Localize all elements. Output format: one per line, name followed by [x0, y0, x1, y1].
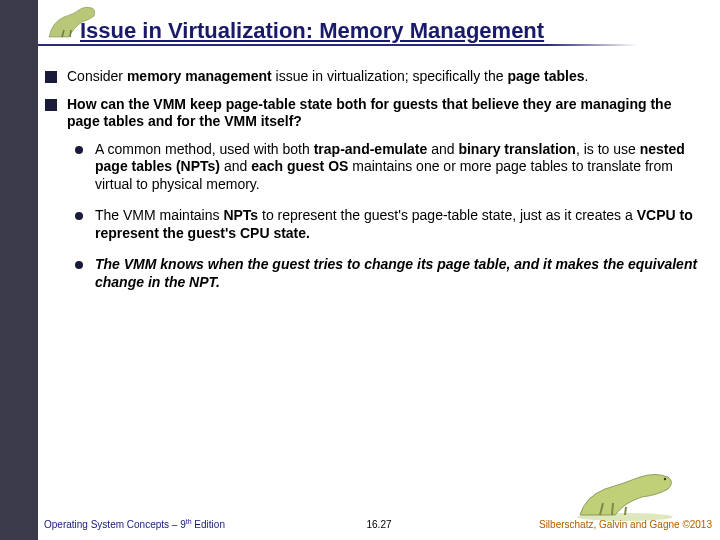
- slide-content: Consider memory management issue in virt…: [45, 60, 705, 305]
- bullet-text: Consider memory management issue in virt…: [67, 68, 705, 86]
- sub-bullet-text: The VMM maintains NPTs to represent the …: [95, 207, 705, 242]
- sub-bullet-text: A common method, used with both trap-and…: [95, 141, 705, 194]
- square-bullet-icon: [45, 71, 57, 83]
- square-bullet-icon: [45, 99, 57, 111]
- slide-footer: Operating System Concepts – 9th Edition …: [38, 504, 720, 534]
- round-bullet-icon: [75, 212, 83, 220]
- sub-bullet-text: The VMM knows when the guest tries to ch…: [95, 256, 705, 291]
- footer-left: Operating System Concepts – 9th Edition: [44, 518, 225, 530]
- footer-page-number: 16.27: [366, 519, 391, 530]
- left-sidebar: [0, 0, 38, 540]
- sub-bullet-item: A common method, used with both trap-and…: [75, 141, 705, 194]
- sub-bullet-item: The VMM maintains NPTs to represent the …: [75, 207, 705, 242]
- sub-bullet-item: The VMM knows when the guest tries to ch…: [75, 256, 705, 291]
- bullet-text: How can the VMM keep page-table state bo…: [67, 96, 705, 131]
- svg-point-1: [664, 478, 666, 480]
- slide-title: Issue in Virtualization: Memory Manageme…: [80, 18, 544, 44]
- round-bullet-icon: [75, 261, 83, 269]
- slide-header: Issue in Virtualization: Memory Manageme…: [38, 0, 720, 58]
- footer-copyright: Silberschatz, Galvin and Gagne ©2013: [539, 519, 712, 530]
- bullet-item: Consider memory management issue in virt…: [45, 68, 705, 86]
- bullet-item: How can the VMM keep page-table state bo…: [45, 96, 705, 131]
- round-bullet-icon: [75, 146, 83, 154]
